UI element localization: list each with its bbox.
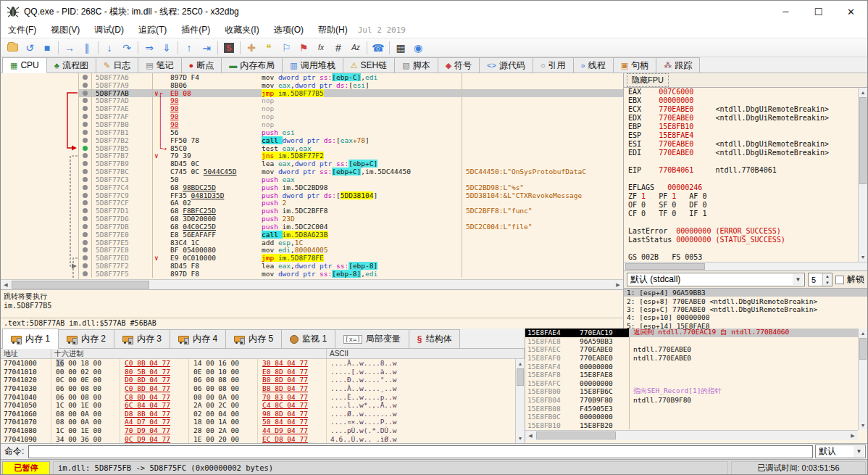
register-line[interactable]	[624, 244, 867, 253]
breakpoint-gutter[interactable]	[79, 199, 92, 207]
scroll-right-icon[interactable]: ▶	[848, 431, 858, 440]
disasm-row[interactable]: 5D8F77AD │90nop	[79, 97, 623, 105]
command-input[interactable]	[28, 445, 813, 458]
dump-row[interactable]: 7704103006 00 08 00C0 8D 04 7706 00 08 0…	[1, 384, 525, 393]
stack-row[interactable]: 15E8FB04770B9F80ntdll.770B9F80	[525, 396, 867, 405]
register-line[interactable]: ZF 1 PF 1 AF 0	[624, 192, 867, 201]
hide-fpu-button[interactable]: 隐藏FPU	[627, 73, 669, 87]
command-history-select[interactable]: 默认 ▼	[815, 445, 866, 458]
scroll-left-icon[interactable]: ◀	[1, 280, 11, 289]
dump-vscrollbar[interactable]: ▲ ▼	[515, 359, 525, 443]
register-line[interactable]: ESI 770EABE0 <ntdll.DbgUiRemoteBreakin>	[624, 140, 867, 149]
breakpoint-gutter[interactable]	[79, 191, 92, 199]
breakpoint-gutter[interactable]	[79, 112, 92, 120]
bullet-icon[interactable]	[83, 208, 88, 213]
breakpoint-gutter[interactable]	[79, 215, 92, 223]
scroll-thumb[interactable]	[859, 97, 867, 184]
scroll-left-icon[interactable]: ◀	[525, 431, 535, 440]
breakpoint-gutter[interactable]	[79, 152, 92, 160]
bullet-icon[interactable]	[83, 98, 88, 103]
pause-button[interactable]: ∥	[78, 40, 96, 56]
dump-row[interactable]: 7704101000 00 02 0080 5B 04 770E 00 10 0…	[1, 368, 525, 376]
bullet-icon[interactable]	[83, 106, 88, 111]
stack-vscrollbar[interactable]: ▲ ▼	[858, 329, 867, 430]
register-line[interactable]: EFLAGS 00000246	[624, 183, 867, 192]
disasm-row[interactable]: 5D8F77B1 │56push esi	[79, 128, 623, 136]
dump-rows[interactable]: ▲ ▼ 7704100016 00 18 00C0 8B 04 7714 00 …	[1, 359, 525, 443]
tab-watch-1[interactable]: 监视 1	[281, 329, 335, 348]
tab-call-stack[interactable]: ▥调用堆栈	[282, 57, 343, 73]
tab-cpu[interactable]: ▦CPU	[2, 57, 47, 73]
maximize-button[interactable]: ☐	[802, 1, 835, 22]
scroll-down-icon[interactable]: ▼	[859, 252, 867, 262]
bullet-icon[interactable]	[83, 83, 88, 88]
argument-row[interactable]: 4: [esp+10] 00000000	[624, 313, 867, 321]
breakpoint-gutter[interactable]	[79, 247, 92, 255]
scroll-up-icon[interactable]: ▲	[516, 359, 525, 368]
bullet-icon[interactable]	[83, 216, 88, 221]
comments-button[interactable]: ❝	[260, 40, 277, 56]
bullet-icon[interactable]	[83, 75, 88, 80]
stack-row[interactable]: 15E8FAF0770EABE0ntdll.770EABE0	[525, 354, 867, 363]
stack-row[interactable]: 15E8FB0015E8FB6C指向SEH_Record[1]的指针	[525, 387, 867, 396]
disasm-row[interactable]: 5D8F77F5897D F8mov dword ptr ss:[ebp-8],…	[79, 270, 623, 278]
scroll-thumb[interactable]	[859, 338, 867, 360]
tab-references[interactable]: ○引用	[533, 57, 574, 73]
tab-seh[interactable]: ⚠SEH链	[343, 57, 396, 73]
tab-trace[interactable]: ⁂跟踪	[656, 57, 700, 73]
bullet-icon[interactable]	[83, 240, 88, 245]
bullet-icon[interactable]	[83, 200, 88, 205]
strings-button[interactable]: Az	[347, 40, 364, 56]
register-line[interactable]: LastStatus 00000000 (STATUS_SUCCESS)	[624, 236, 867, 244]
dump-row[interactable]: 770410801C 00 1E 0070 D9 04 7728 00 2A 0…	[1, 426, 525, 435]
tab-dump-5[interactable]: 内存 5	[225, 329, 282, 348]
argument-row[interactable]: 2: [esp+8] 770EABE0 <ntdll.DbgUiRemoteBr…	[624, 297, 867, 305]
stack-rows[interactable]: 15E8FAE4770EAC19返回到 ntdll.770EAC19 自 ntd…	[525, 329, 867, 430]
bullet-icon[interactable]	[83, 130, 88, 135]
stack-row[interactable]: 15E8FAEC770EABE0ntdll.770EABE0	[525, 345, 867, 354]
open-file-button[interactable]	[4, 40, 21, 56]
stack-row[interactable]: 15E8FAF815E8FAE8	[525, 371, 867, 379]
dump-row[interactable]: 7704100016 00 18 00C0 8B 04 7714 00 16 0…	[1, 359, 525, 368]
bullet-icon[interactable]	[83, 232, 88, 237]
scroll-thumb[interactable]	[625, 263, 705, 270]
tab-source[interactable]: <>源代码	[479, 57, 533, 73]
register-line[interactable]	[624, 218, 867, 227]
stack-row[interactable]: 15E8FB08F45905E3	[525, 404, 867, 413]
stack-row[interactable]: 15E8FB1015E8FB20	[525, 421, 867, 430]
breakpoint-gutter[interactable]	[79, 183, 92, 191]
menu-p[interactable]: 插件(P)	[174, 22, 217, 38]
animate-into-button[interactable]: ⇒	[141, 40, 158, 56]
disasm-row[interactable]: 5D8F77F28D45 F8lea eax,dword ptr ss:[ebp…	[79, 262, 623, 270]
disasm-row[interactable]: 5D8F77AE │90nop	[79, 104, 623, 112]
close-button[interactable]: ✕	[835, 1, 867, 22]
bullet-icon[interactable]	[83, 169, 88, 174]
stack-hscrollbar[interactable]: ◀ ▶	[525, 430, 858, 440]
breakpoint-gutter[interactable]	[79, 144, 92, 152]
disasm-row[interactable]: 5D8F77B0 │90nop	[79, 120, 623, 128]
stack-row[interactable]: 15E8FAE4770EAC19返回到 ntdll.770EAC19 自 ntd…	[525, 329, 867, 337]
bullet-icon[interactable]	[83, 161, 88, 166]
scroll-down-icon[interactable]: ▼	[516, 434, 525, 443]
register-line[interactable]: LastError 00000000 (ERROR_SUCCESS)	[624, 227, 867, 236]
disasm-row[interactable]: 5D8F77AF │90nop	[79, 112, 623, 120]
disasm-row[interactable]: 5D8F77A98B06mov eax,dword ptr ds:[esi]	[79, 81, 623, 89]
argument-row[interactable]: 3: [esp+C] 770EABE0 <ntdll.DbgUiRemoteBr…	[624, 305, 867, 313]
disasm-row[interactable]: 5D8F77B98D45 0Clea eax,dword ptr ss:[ebp…	[79, 160, 623, 168]
disasm-row[interactable]: 5D8F77DB68 04C0C25Dpush im.5DC2C0045DC2C…	[79, 223, 623, 231]
argument-count-stepper[interactable]: 5 ▲▼	[808, 273, 832, 286]
disasm-row[interactable]: 5D8F77C350push eax	[79, 175, 623, 183]
hash-button[interactable]: #	[330, 40, 347, 56]
register-line[interactable]: OF 0 SF 0 DF 0	[624, 201, 867, 210]
tab-struct[interactable]: §结构体	[409, 329, 461, 348]
chevron-down-icon[interactable]: ▼	[854, 446, 864, 457]
functions-button[interactable]: fx	[312, 40, 330, 56]
breakpoint-dot-icon[interactable]	[83, 146, 88, 151]
register-line[interactable]	[624, 157, 867, 166]
dump-row[interactable]: 7704107008 00 0A 00A4 D7 04 7718 00 1A 0…	[1, 418, 525, 426]
breakpoint-gutter[interactable]	[79, 223, 92, 231]
disasm-row[interactable]: 5D8F77A6897D F4mov dword ptr ss:[ebp-C],…	[79, 73, 623, 81]
disasm-row[interactable]: 5D8F77BCC745 0C 5044C45Dmov dword ptr ss…	[79, 168, 623, 175]
register-line[interactable]: EIP 770B4061 ntdll.770B4061	[624, 166, 867, 175]
tab-dump-4[interactable]: 内存 4	[170, 329, 226, 348]
